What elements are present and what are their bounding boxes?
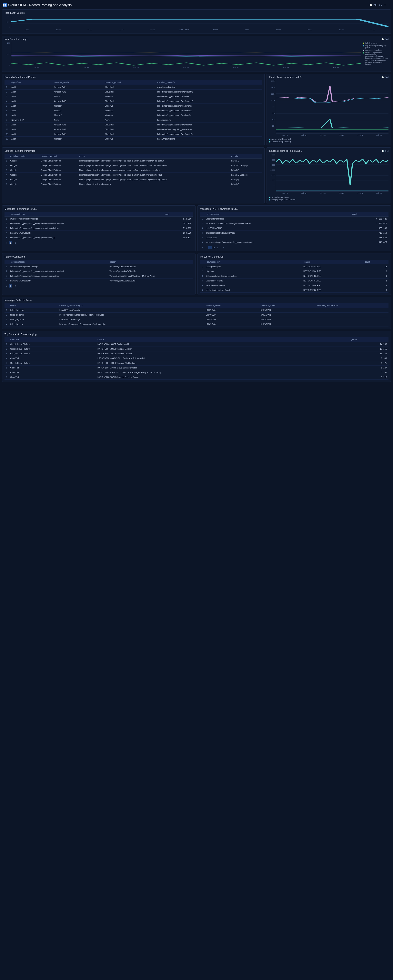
column-header[interactable]: _sourcecategory: [9, 212, 162, 216]
table-row[interactable]: 4Labs/OS/Linux/Security588,650: [5, 231, 193, 235]
table-row[interactable]: 3Labs/GitHubGHAS863,539: [200, 226, 388, 231]
last-page-icon[interactable]: »: [222, 246, 225, 249]
time-range-selector[interactable]: 🕐 -24h: [369, 4, 377, 6]
legend-item[interactable]: No mapper is defined: [363, 49, 388, 51]
table-row[interactable]: 4aws/observability/cloudwatch/logs716,26…: [200, 231, 388, 235]
column-header[interactable]: _parser: [107, 260, 193, 264]
table-row[interactable]: 1Labs/astronomy/logs6,163,826: [200, 216, 388, 221]
table-row[interactable]: 5Google Cloud PlatformMATCH-S00714 GCP I…: [5, 361, 388, 366]
prev-page-icon[interactable]: ‹: [5, 241, 8, 244]
table-row[interactable]: 1failed_to_parseLabs/OS/Linux/SecurityUN…: [5, 308, 388, 313]
table-row[interactable]: 3detectionlab/cloud/saved_searchesNOT CO…: [200, 274, 388, 278]
column-header[interactable]: metadata_vendor: [204, 303, 259, 308]
next-page-icon[interactable]: ›: [219, 246, 221, 249]
table-row[interactable]: 8CloudTrailMATCH-S00874 AWS Lambda Funct…: [5, 375, 388, 380]
column-header[interactable]: reason: [9, 303, 58, 308]
first-page-icon[interactable]: «: [201, 246, 204, 249]
pager[interactable]: ‹ 1 2 ›: [5, 283, 193, 288]
column-header[interactable]: metadata_sourceCategory: [58, 303, 204, 308]
table-row[interactable]: 2kubernetes/loggen/prod/loggen/loggen/se…: [5, 269, 193, 274]
table-row[interactable]: 10AuditAmazon AWSCloudTrailkubernetes/pr…: [5, 127, 262, 132]
column-header[interactable]: metadat: [230, 154, 262, 159]
table-row[interactable]: 4Labs/OS/Linux/Security/Parsers/System/L…: [5, 278, 193, 283]
page-1[interactable]: 1: [9, 241, 12, 244]
column-header[interactable]: _count: [363, 260, 388, 264]
legend-item[interactable]: Google|Google Cloud Platform: [269, 199, 388, 201]
prev-page-icon[interactable]: ‹: [205, 246, 207, 249]
panel-time-range[interactable]: 🕐 -14d: [382, 38, 388, 40]
legend-item[interactable]: Amazon AWS|GuardDuty: [269, 141, 388, 143]
table-row[interactable]: 4CloudTrailLEGACY-S00206 AWS CloudTrail …: [5, 356, 388, 361]
table-row[interactable]: 2kubernetes/loggen/prod/loggen/loggen/se…: [5, 221, 193, 226]
pager[interactable]: ‹ 1 2 ›: [5, 240, 193, 244]
column-header[interactable]: _count: [350, 212, 388, 216]
column-header[interactable]: reason: [78, 154, 230, 159]
table-row[interactable]: 8NetworkHTTPNginxNginxLabs/nginx-ulm: [5, 118, 262, 123]
table-row[interactable]: 6AuditMicrosoftWindowskubernetes/loggen/…: [5, 108, 262, 113]
column-header[interactable]: _sourcecategory: [9, 260, 107, 264]
table-row[interactable]: 4GoogleGoogle Cloud PlatformNo mapping m…: [5, 173, 262, 177]
table-row[interactable]: 2Google Cloud PlatformMATCH-S00713 GCP I…: [5, 347, 388, 352]
pager[interactable]: « ‹ 1 of 12 › »: [200, 245, 388, 249]
table-row[interactable]: 2AuditAmazon AWSCloudTrailkubernetes/log…: [5, 89, 262, 94]
table-row[interactable]: 6pdet/csiem/email/proofpointNOT CONFIGUR…: [200, 288, 388, 293]
table-row[interactable]: 1Labs/gsuite/appsNOT CONFIGURED18: [200, 264, 388, 269]
table-row[interactable]: 1Google Cloud PlatformMATCH-S00619 GCP B…: [5, 342, 388, 347]
page-2[interactable]: 2: [14, 241, 17, 244]
table-row[interactable]: 7AuditMicrosoftWindowskubernetes/loggen/…: [5, 113, 262, 118]
table-row[interactable]: 6kubernetes/loggen/prod/loggen/loggen/se…: [200, 240, 388, 245]
column-header[interactable]: _count: [162, 212, 193, 216]
filter-icon[interactable]: ⏷: [384, 4, 386, 6]
column-header[interactable]: metadata_vendor: [9, 154, 40, 159]
legend-item[interactable]: Claroty|Claroty xDome: [269, 196, 388, 198]
table-row[interactable]: 2GoogleGoogle Cloud PlatformNo mapping m…: [5, 163, 262, 168]
column-header[interactable]: metadata_sourceCa: [156, 80, 262, 85]
column-header[interactable]: _count: [350, 337, 388, 342]
table-row[interactable]: 4Labs/azure_csiem1NOT CONFIGURED1: [200, 278, 388, 283]
table-row[interactable]: 6GoogleGoogle Cloud PlatformNo mapping m…: [5, 182, 262, 187]
table-row[interactable]: 2failed_to_parsekubernetes/loggen/prod/l…: [5, 313, 388, 317]
next-page-icon[interactable]: ›: [18, 285, 21, 288]
legend-item[interactable]: failed_to_parse: [363, 42, 388, 44]
column-header[interactable]: metadata_product: [40, 154, 78, 159]
column-header[interactable]: _sourcecategory: [204, 260, 302, 264]
column-header[interactable]: _sourcecategory: [204, 212, 350, 216]
table-row[interactable]: 1GoogleGoogle Cloud PlatformNo mapping m…: [5, 159, 262, 163]
column-header[interactable]: toState: [96, 337, 350, 342]
table-row[interactable]: 3failed_to_parseLabs/linux-otel/perfLogs…: [5, 317, 388, 322]
table-row[interactable]: 5GoogleGoogle Cloud PlatformNo mapping m…: [5, 177, 262, 182]
table-row[interactable]: 6CloudTrailMATCH-S00715 AWS Cloud Storag…: [5, 366, 388, 370]
legend-item[interactable]: Log was not parsed by any parser: [363, 45, 388, 49]
table-row[interactable]: 4failed_to_parsekubernetes/loggen/prod/l…: [5, 322, 388, 327]
column-header[interactable]: metadata_product: [103, 80, 156, 85]
table-row[interactable]: 1aws/observability/cloudtrail/logs/Parse…: [5, 264, 193, 269]
table-row[interactable]: 7CloudTrailMATCH-S00101 AWS CloudTrail -…: [5, 370, 388, 375]
table-row[interactable]: 5Labs/StatsD578,682: [200, 235, 388, 240]
table-row[interactable]: 3GoogleGoogle Cloud PlatformNo mapping m…: [5, 168, 262, 173]
next-page-icon[interactable]: ›: [18, 241, 21, 244]
more-icon[interactable]: ⋮: [388, 4, 390, 6]
legend-item[interactable]: Amazon AWS|CloudTrail: [269, 138, 388, 140]
prev-page-icon[interactable]: ‹: [5, 285, 8, 288]
column-header[interactable]: metadata_deviceEventId: [315, 303, 388, 308]
legend-item[interactable]: No mapping matched vendor=claroty, produ…: [363, 52, 388, 65]
table-row[interactable]: 3kubernetes/loggen/prod/loggen/loggen/se…: [5, 226, 193, 231]
table-row[interactable]: 2Http InputNOT CONFIGURED2: [200, 269, 388, 274]
column-header[interactable]: objectType: [10, 80, 53, 85]
table-row[interactable]: 2kubernetes/coll/prod/coll/sumologic/met…: [200, 221, 388, 226]
table-row[interactable]: 3AuditMicrosoftWindowskubernetes/loggen/…: [5, 94, 262, 99]
column-header[interactable]: metadata_product: [259, 303, 315, 308]
table-row[interactable]: 11AuditAmazon AWSCloudTrailkubernetes/lo…: [5, 132, 262, 137]
table-row[interactable]: 9AuditAmazon AWSCloudTrailkubernetes/log…: [5, 123, 262, 127]
table-row[interactable]: 5kubernetes/loggen/prod/loggen/loggen/se…: [5, 235, 193, 240]
table-row[interactable]: 5detectionlab/auth/oktaNOT CONFIGURED1: [200, 283, 388, 288]
column-header[interactable]: _parser: [302, 260, 363, 264]
column-header[interactable]: metadata_vendor: [53, 80, 103, 85]
table-row[interactable]: 1aws/observability/cloudtrail/logs872,25…: [5, 216, 193, 221]
refresh-icon[interactable]: ⟳▾: [379, 4, 382, 6]
column-header[interactable]: fromState: [9, 337, 96, 342]
table-row[interactable]: 3kubernetes/loggen/prod/loggen/loggen/se…: [5, 274, 193, 278]
table-row[interactable]: 1AuditAmazon AWSCloudTrailaws/observabil…: [5, 85, 262, 89]
table-row[interactable]: 5AuditMicrosoftWindowskubernetes/loggen/…: [5, 104, 262, 108]
table-row[interactable]: 4AuditAmazon AWSCloudTrailkubernetes/log…: [5, 99, 262, 104]
